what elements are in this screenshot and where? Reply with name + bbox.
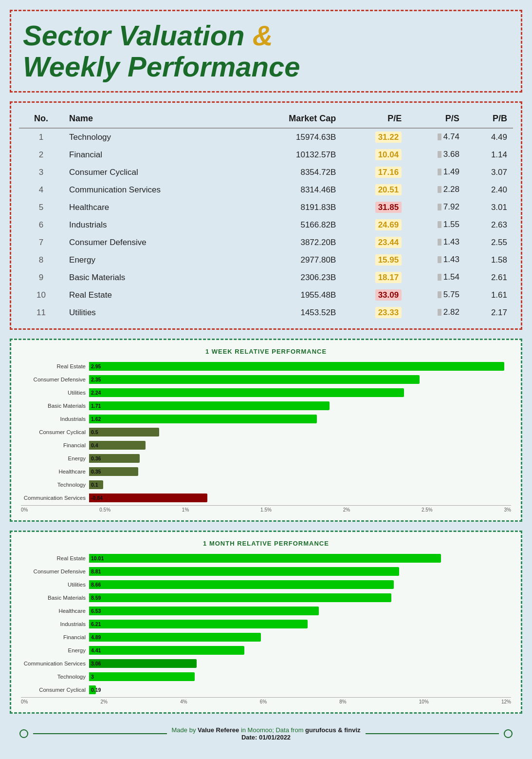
ps-bar-indicator xyxy=(438,309,441,316)
ps-bar-indicator xyxy=(438,133,441,140)
cell-pe: 31.85 xyxy=(342,199,407,216)
footer-credit: Made by Value Referee in Moomoo; Data fr… xyxy=(172,726,361,734)
bar-label: Communication Services xyxy=(18,661,86,666)
bar-fill: 2.24 xyxy=(89,388,404,397)
x-tick: 4% xyxy=(180,699,187,704)
cell-pe: 23.44 xyxy=(342,234,407,251)
bar-fill: 4.89 xyxy=(89,633,261,642)
bar-value: 2.24 xyxy=(91,390,101,396)
col-ps: P/S xyxy=(407,110,465,128)
cell-pe: 23.33 xyxy=(342,304,407,322)
bar-value: 8.81 xyxy=(91,569,101,574)
cell-ps: 1.43 xyxy=(407,234,465,251)
cell-ps: 1.43 xyxy=(407,251,465,269)
bar-label: Consumer Defensive xyxy=(18,377,86,382)
cell-no: 6 xyxy=(19,216,63,234)
x-tick: 6% xyxy=(260,699,267,704)
bar-value: 4.89 xyxy=(91,634,101,640)
bar-value: 0.1 xyxy=(91,482,98,488)
cell-ps: 5.75 xyxy=(407,286,465,304)
bar-track: 8.59 xyxy=(89,593,511,602)
cell-no: 4 xyxy=(19,181,63,199)
x-tick: 1% xyxy=(182,507,189,512)
bar-fill: 0.1 xyxy=(89,480,103,489)
bar-fill: 0.19 xyxy=(89,685,96,694)
bar-track: 0.36 xyxy=(89,454,511,463)
bar-value: -0.84 xyxy=(91,495,103,501)
bar-track: 0.4 xyxy=(89,441,511,450)
month-chart-bars: Real Estate10.01Consumer Defensive8.81Ut… xyxy=(21,553,511,695)
x-tick: 3% xyxy=(504,507,511,512)
cell-name: Technology xyxy=(63,128,240,146)
cell-name: Energy xyxy=(63,251,240,269)
bar-fill: 8.66 xyxy=(89,580,394,589)
bar-fill: 2.35 xyxy=(89,375,420,384)
x-tick: 0% xyxy=(21,507,28,512)
bar-track: 4.41 xyxy=(89,646,511,655)
bar-fill: 0.36 xyxy=(89,454,140,463)
bar-row: Utilities8.66 xyxy=(89,579,511,590)
bar-label: Communication Services xyxy=(18,495,86,501)
cell-marketcap: 3872.20B xyxy=(240,234,342,251)
bar-value: 8.66 xyxy=(91,582,101,588)
x-tick: 1.5% xyxy=(260,507,272,512)
cell-ps: 3.68 xyxy=(407,146,465,164)
cell-name: Financial xyxy=(63,146,240,164)
bar-label: Consumer Cyclical xyxy=(18,429,86,435)
cell-pb: 1.61 xyxy=(465,286,513,304)
bar-value: 2.95 xyxy=(91,363,101,369)
cell-name: Real Estate xyxy=(63,286,240,304)
bar-value: 2.35 xyxy=(91,377,101,382)
table-row: 6Industrials5166.82B24.691.552.63 xyxy=(19,216,513,234)
footer-date: Date: 01/01/2022 xyxy=(172,734,361,741)
ps-bar-indicator xyxy=(438,169,441,175)
bar-label: Industrials xyxy=(18,621,86,627)
bar-row: Basic Materials8.59 xyxy=(89,592,511,603)
bar-value: 6.21 xyxy=(91,621,101,627)
bar-row: Energy4.41 xyxy=(89,645,511,656)
bar-value: 0.35 xyxy=(91,469,101,474)
bar-fill: 6.21 xyxy=(89,620,308,628)
bar-row: Consumer Cyclical0.5 xyxy=(89,427,511,437)
bar-row: Financial0.4 xyxy=(89,440,511,451)
footer-line-right xyxy=(366,733,499,734)
bar-track: -0.84 xyxy=(89,493,511,502)
table-row: 11Utilities1453.52B23.332.822.17 xyxy=(19,304,513,322)
bar-row: Consumer Cyclical0.19 xyxy=(89,684,511,695)
cell-pb: 2.63 xyxy=(465,216,513,234)
cell-pb: 1.58 xyxy=(465,251,513,269)
footer-circle-right xyxy=(504,729,513,738)
ps-bar-indicator xyxy=(438,274,441,281)
cell-no: 11 xyxy=(19,304,63,322)
sector-table: No. Name Market Cap P/E P/S P/B 1Technol… xyxy=(19,110,513,322)
title-line1: Sector Valuation xyxy=(23,19,245,51)
cell-marketcap: 10132.57B xyxy=(240,146,342,164)
col-pe: P/E xyxy=(342,110,407,128)
bar-fill: 0.35 xyxy=(89,467,138,476)
bar-row: Utilities2.24 xyxy=(89,387,511,398)
bar-track: 10.01 xyxy=(89,554,511,563)
cell-marketcap: 2977.80B xyxy=(240,251,342,269)
table-row: 1Technology15974.63B31.224.744.49 xyxy=(19,128,513,146)
cell-no: 10 xyxy=(19,286,63,304)
x-tick: 12% xyxy=(501,699,511,704)
bar-label: Technology xyxy=(18,674,86,680)
bar-value: 1.62 xyxy=(91,416,101,422)
bar-track: 6.21 xyxy=(89,620,511,628)
bar-label: Financial xyxy=(18,634,86,640)
month-chart-box: 1 MONTH RELATIVE PERFORMANCE Real Estate… xyxy=(10,531,522,714)
bar-track: 1.62 xyxy=(89,415,511,423)
cell-marketcap: 8314.46B xyxy=(240,181,342,199)
bar-value: 10.01 xyxy=(91,555,104,561)
x-tick: 0.5% xyxy=(99,507,110,512)
bar-value: 3.06 xyxy=(91,661,101,666)
cell-ps: 2.82 xyxy=(407,304,465,322)
cell-marketcap: 1955.48B xyxy=(240,286,342,304)
cell-pe: 15.95 xyxy=(342,251,407,269)
ps-bar-indicator xyxy=(438,204,441,210)
cell-pe: 17.16 xyxy=(342,164,407,181)
week-chart-bars: Real Estate2.95Consumer Defensive2.35Uti… xyxy=(21,361,511,503)
cell-pb: 2.40 xyxy=(465,181,513,199)
bar-row: Industrials6.21 xyxy=(89,619,511,629)
table-row: 2Financial10132.57B10.043.681.14 xyxy=(19,146,513,164)
